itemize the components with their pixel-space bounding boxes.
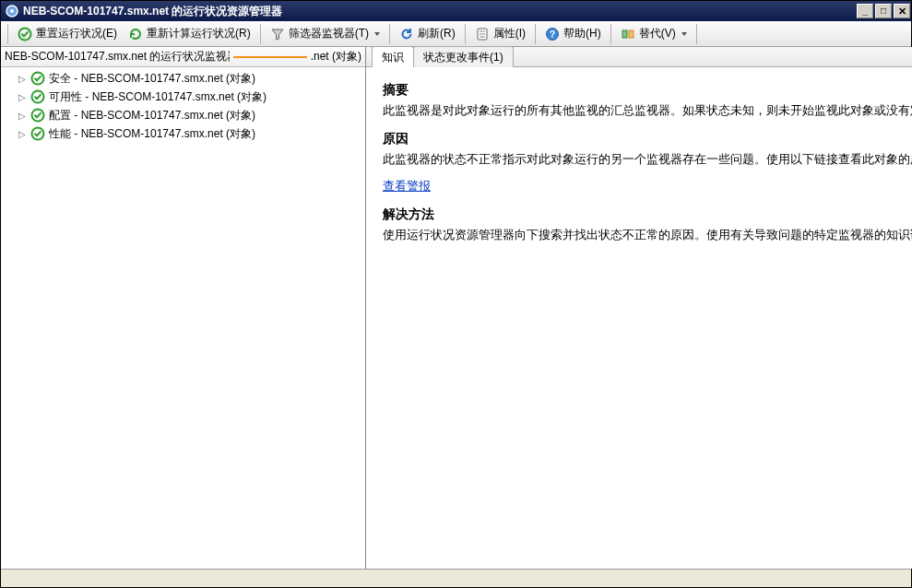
toolbar-separator xyxy=(535,24,536,44)
healthy-state-icon xyxy=(30,71,45,86)
body-area: NEB-SCOM-101747.smx.net 的运行状况监视器 .net (对… xyxy=(1,47,911,569)
status-bar xyxy=(1,569,911,587)
properties-button[interactable]: 属性(I) xyxy=(470,23,530,44)
tree-item[interactable]: ▷ 性能 - NEB-SCOM-101747.smx.net (对象) xyxy=(18,124,365,143)
svg-text:?: ? xyxy=(550,29,555,40)
tab-state-events-label: 状态更改事件(1) xyxy=(423,51,503,64)
cause-heading: 原因 xyxy=(383,129,912,148)
tree-header-tail: .net (对象) xyxy=(307,49,365,65)
healthy-state-icon xyxy=(30,126,45,141)
tree-item-label: 配置 - NEB-SCOM-101747.smx.net (对象) xyxy=(49,108,255,123)
overrides-label: 替代(V) xyxy=(639,26,676,41)
tree-item-label: 安全 - NEB-SCOM-101747.smx.net (对象) xyxy=(49,71,255,87)
expand-icon[interactable]: ▷ xyxy=(18,74,27,84)
title-bar: NEB-SCOM-101747.smx.net 的运行状况资源管理器 _ □ ✕ xyxy=(1,1,911,21)
recalculate-health-label: 重新计算运行状况(R) xyxy=(147,26,251,41)
monitor-tree-panel: NEB-SCOM-101747.smx.net 的运行状况监视器 .net (对… xyxy=(1,47,366,569)
refresh-blue-icon xyxy=(399,27,414,41)
healthy-state-icon xyxy=(30,89,45,104)
refresh-button[interactable]: 刷新(R) xyxy=(395,23,460,44)
svg-point-1 xyxy=(10,9,14,13)
help-button[interactable]: ? 帮助(H) xyxy=(540,23,606,44)
overrides-button[interactable]: 替代(V) xyxy=(616,23,692,44)
help-label: 帮助(H) xyxy=(563,26,601,41)
svg-rect-10 xyxy=(629,30,634,38)
recalculate-health-button[interactable]: 重新计算运行状况(R) xyxy=(124,23,255,44)
maximize-button[interactable]: □ xyxy=(875,4,892,18)
toolbar-separator xyxy=(389,24,390,44)
tree-header-text: NEB-SCOM-101747.smx.net 的运行状况监视器 xyxy=(5,49,230,65)
cause-text: 此监视器的状态不正常指示对此对象运行的另一个监视器存在一些问题。使用以下链接查看… xyxy=(383,150,912,169)
summary-heading: 摘要 xyxy=(383,80,912,100)
selection-highlight xyxy=(233,56,307,58)
expand-icon[interactable]: ▷ xyxy=(18,129,27,139)
tree-item[interactable]: ▷ 可用性 - NEB-SCOM-101747.smx.net (对象) xyxy=(18,88,365,106)
funnel-icon xyxy=(270,27,285,41)
knowledge-content: 摘要 此监视器是对此对象运行的所有其他监视的汇总监视器。如果状态未知，则未开始监… xyxy=(366,67,912,569)
app-icon xyxy=(5,4,19,18)
svg-rect-9 xyxy=(622,30,627,38)
toolbar-separator xyxy=(610,24,611,44)
help-icon: ? xyxy=(545,27,560,41)
check-circle-icon xyxy=(18,27,32,41)
chevron-down-icon xyxy=(374,32,380,36)
tab-state-events[interactable]: 状态更改事件(1) xyxy=(413,46,514,67)
window-controls: _ □ ✕ xyxy=(856,2,911,20)
window-title: NEB-SCOM-101747.smx.net 的运行状况资源管理器 xyxy=(23,4,856,19)
chevron-down-icon xyxy=(681,32,687,36)
detail-tabs: 知识 状态更改事件(1) xyxy=(366,47,912,67)
details-panel: 知识 状态更改事件(1) 摘要 此监视器是对此对象运行的所有其他监视的汇总监视器… xyxy=(366,47,912,569)
reset-health-label: 重置运行状况(E) xyxy=(36,26,117,41)
tree-header[interactable]: NEB-SCOM-101747.smx.net 的运行状况监视器 .net (对… xyxy=(1,47,365,67)
view-alerts-link[interactable]: 查看警报 xyxy=(383,179,431,193)
healthy-state-icon xyxy=(30,108,45,123)
properties-label: 属性(I) xyxy=(493,26,526,41)
summary-text: 此监视器是对此对象运行的所有其他监视的汇总监视器。如果状态未知，则未开始监视此对… xyxy=(383,101,912,120)
refresh-label: 刷新(R) xyxy=(418,26,456,41)
tab-knowledge-label: 知识 xyxy=(382,51,404,64)
toolbar: 重置运行状况(E) 重新计算运行状况(R) 筛选器监视器(T) 刷新(R) xyxy=(1,21,911,47)
tree-item-label: 性能 - NEB-SCOM-101747.smx.net (对象) xyxy=(49,126,255,142)
overrides-icon xyxy=(621,27,635,41)
filter-monitors-button[interactable]: 筛选器监视器(T) xyxy=(266,23,385,44)
minimize-button[interactable]: _ xyxy=(857,4,873,18)
expand-icon[interactable]: ▷ xyxy=(18,92,27,102)
toolbar-separator xyxy=(465,24,466,44)
tree-item-label: 可用性 - NEB-SCOM-101747.smx.net (对象) xyxy=(49,89,266,105)
toolbar-separator xyxy=(7,24,8,44)
toolbar-separator xyxy=(260,24,261,44)
properties-icon xyxy=(475,27,490,41)
refresh-green-icon xyxy=(128,27,143,41)
monitor-tree[interactable]: ▷ 安全 - NEB-SCOM-101747.smx.net (对象) ▷ 可用… xyxy=(1,67,365,569)
resolution-text: 使用运行状况资源管理器向下搜索并找出状态不正常的原因。使用有关导致问题的特定监视… xyxy=(383,226,912,244)
tree-item[interactable]: ▷ 配置 - NEB-SCOM-101747.smx.net (对象) xyxy=(18,106,365,124)
reset-health-button[interactable]: 重置运行状况(E) xyxy=(13,23,122,44)
toolbar-separator xyxy=(696,24,697,44)
close-button[interactable]: ✕ xyxy=(894,4,910,18)
filter-monitors-label: 筛选器监视器(T) xyxy=(289,26,369,41)
tab-knowledge[interactable]: 知识 xyxy=(372,46,414,67)
tree-item[interactable]: ▷ 安全 - NEB-SCOM-101747.smx.net (对象) xyxy=(18,69,365,88)
expand-icon[interactable]: ▷ xyxy=(18,111,27,121)
resolution-heading: 解决方法 xyxy=(383,205,912,224)
